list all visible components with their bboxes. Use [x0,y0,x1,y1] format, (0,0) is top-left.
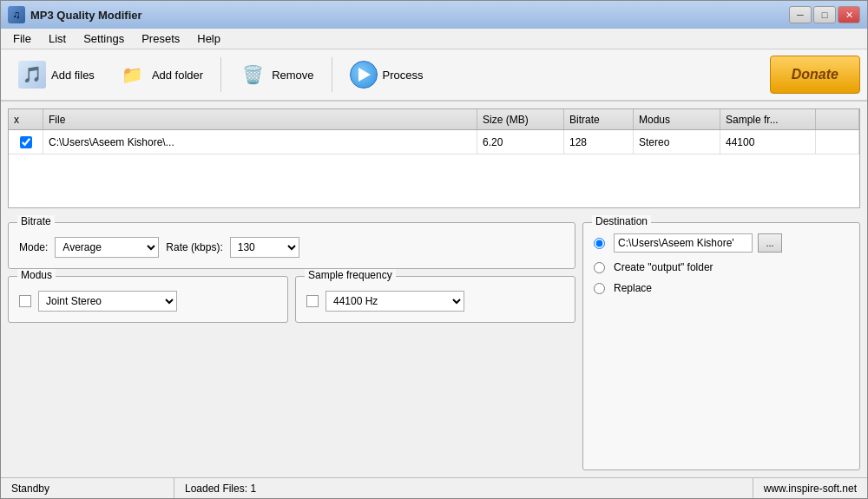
dest-create-folder-radio[interactable] [594,262,605,273]
add-folder-button[interactable]: 📁 Add folder [108,56,214,94]
donate-button[interactable]: Donate [770,56,860,94]
website-text: www.inspire-soft.net [753,478,867,498]
menu-presets[interactable]: Presets [133,30,188,47]
dest-path-radio[interactable] [594,238,605,249]
add-folder-icon: 📁 [119,61,147,89]
row-checkbox-cell[interactable] [9,130,43,154]
col-header-modus: Modus [634,109,720,129]
add-files-label: Add files [51,69,95,82]
col-header-bitrate: Bitrate [564,109,634,129]
app-icon: ♫ [8,6,25,23]
dest-replace-row: Replace [594,282,849,294]
add-files-button[interactable]: 🎵 Add files [8,56,105,94]
modus-group: Modus Joint Stereo Stereo Mono [8,276,288,323]
main-window: ♫ MP3 Quality Modifier ─ □ ✕ File List S… [0,0,868,499]
col-header-size: Size (MB) [477,109,564,129]
menu-help[interactable]: Help [188,30,229,47]
row-file-cell: C:\Users\Aseem Kishore\... [43,130,477,154]
sample-freq-row: 44100 Hz 48000 Hz 32000 Hz 22050 Hz [306,291,564,312]
mode-label: Mode: [19,241,48,253]
add-files-icon: 🎵 [18,61,46,89]
file-list-header: x File Size (MB) Bitrate Modus Sample fr… [9,109,859,130]
destination-group: Destination ... Create "output" folder R… [582,222,860,470]
play-triangle [358,68,371,82]
loaded-files-text: Loaded Files: 1 [174,478,753,498]
maximize-button[interactable]: □ [813,6,836,23]
title-buttons: ─ □ ✕ [789,6,860,23]
row-modus-cell: Stereo [634,130,720,154]
bitrate-group-title: Bitrate [17,215,55,227]
minimize-button[interactable]: ─ [789,6,812,23]
dest-path-input[interactable] [614,233,753,253]
bitrate-group: Bitrate Mode: Average Constant Variable … [8,222,575,269]
col-header-file: File [43,109,477,129]
dest-create-folder-row: Create "output" folder [594,261,849,273]
app-icon-symbol: ♫ [13,9,21,21]
toolbar: 🎵 Add files 📁 Add folder 🗑️ Remove Proce… [1,49,867,102]
row-extra-cell [816,130,859,154]
settings-area: Bitrate Mode: Average Constant Variable … [1,215,867,477]
sample-freq-group: Sample frequency 44100 Hz 48000 Hz 32000… [295,276,575,323]
toolbar-separator [220,57,221,92]
create-folder-label: Create "output" folder [614,261,713,273]
process-icon [350,61,378,89]
replace-label: Replace [614,282,652,294]
file-checkbox[interactable] [20,136,32,148]
file-list: x File Size (MB) Bitrate Modus Sample fr… [8,108,860,208]
process-label: Process [383,69,424,82]
file-list-body: C:\Users\Aseem Kishore\... 6.20 128 Ster… [9,130,859,207]
modus-row: Joint Stereo Stereo Mono [19,291,277,312]
menu-settings[interactable]: Settings [75,30,133,47]
modus-freq-row: Modus Joint Stereo Stereo Mono Sample fr… [8,276,575,323]
status-bar: Standby Loaded Files: 1 www.inspire-soft… [1,477,867,498]
destination-title: Destination [592,215,651,227]
dest-replace-radio[interactable] [594,283,605,294]
menu-list[interactable]: List [40,30,75,47]
settings-left: Bitrate Mode: Average Constant Variable … [8,222,575,470]
window-title: MP3 Quality Modifier [30,9,142,22]
toolbar-separator-2 [332,57,332,92]
dest-path-row: ... [594,233,849,253]
rate-select[interactable]: 128 130 192 256 320 [230,237,299,258]
remove-label: Remove [272,69,313,82]
rate-label: Rate (kbps): [166,241,222,253]
status-text: Standby [1,478,174,498]
destination-area: Destination ... Create "output" folder R… [582,222,860,470]
modus-checkbox[interactable] [19,295,31,307]
close-button[interactable]: ✕ [838,6,860,23]
mode-select[interactable]: Average Constant Variable [55,237,159,258]
bitrate-row: Mode: Average Constant Variable Rate (kb… [19,237,564,258]
title-bar: ♫ MP3 Quality Modifier ─ □ ✕ [1,1,867,29]
process-button[interactable]: Process [339,56,434,94]
menu-file[interactable]: File [4,30,40,47]
sample-freq-title: Sample frequency [305,269,396,281]
freq-select[interactable]: 44100 Hz 48000 Hz 32000 Hz 22050 Hz [326,291,464,312]
add-folder-label: Add folder [152,69,203,82]
browse-button[interactable]: ... [758,233,782,253]
row-size-cell: 6.20 [477,130,564,154]
remove-button[interactable]: 🗑️ Remove [228,56,324,94]
col-header-x: x [9,109,43,129]
title-bar-left: ♫ MP3 Quality Modifier [8,6,142,23]
row-sample-cell: 44100 [720,130,816,154]
freq-checkbox[interactable] [306,295,319,307]
menu-bar: File List Settings Presets Help [1,29,867,49]
col-header-sample: Sample fr... [720,109,816,129]
col-header-extra [816,109,859,129]
remove-icon: 🗑️ [239,61,266,89]
row-bitrate-cell: 128 [564,130,634,154]
modus-group-title: Modus [17,269,56,281]
modus-select[interactable]: Joint Stereo Stereo Mono [38,291,177,312]
